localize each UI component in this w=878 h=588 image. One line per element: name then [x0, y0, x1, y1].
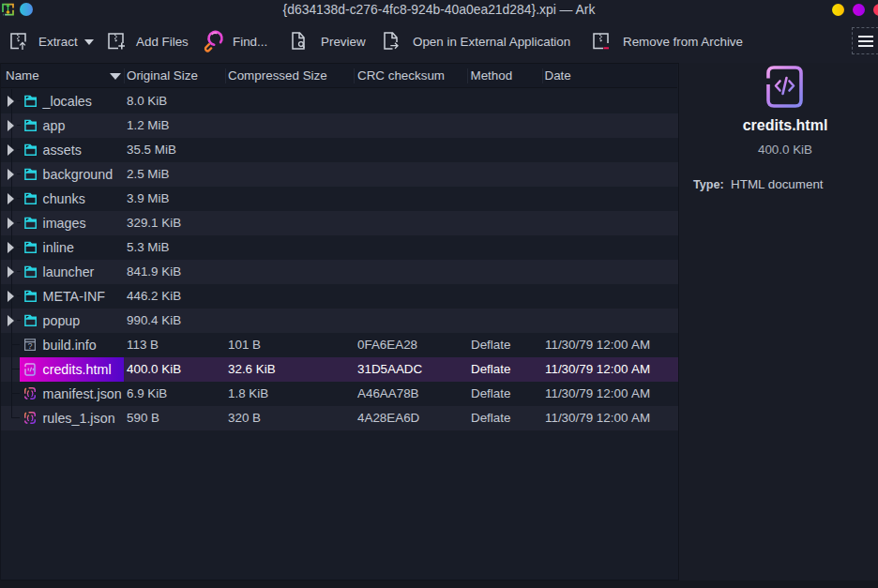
svg-text:?: ? — [28, 341, 33, 351]
